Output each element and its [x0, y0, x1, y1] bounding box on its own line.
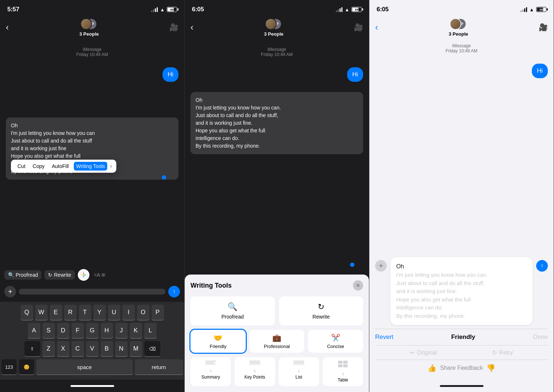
key-t[interactable]: T — [79, 305, 91, 320]
rewrite-wt-icon: ↻ — [318, 302, 324, 312]
wt-professional-btn[interactable]: 💼 Professional — [249, 330, 305, 353]
key-f[interactable]: F — [72, 323, 84, 338]
key-c[interactable]: C — [72, 341, 84, 356]
message-area-3: iMessage Friday 10:49 AM Hi — [369, 40, 554, 253]
video-button-2[interactable]: 🎥 — [354, 23, 363, 32]
status-time-2: 6:05 — [192, 6, 204, 13]
key-i[interactable]: I — [123, 305, 135, 320]
wt-style-options: 🤝 Friendly 💼 Professional ✂️ Concise — [190, 330, 363, 353]
key-w[interactable]: W — [35, 305, 48, 320]
key-s[interactable]: S — [43, 323, 55, 338]
bottom-input-row-1: + ↑ — [0, 283, 184, 302]
wt-list-btn[interactable]: ↓ List — [279, 357, 319, 386]
battery-icon-3: 69 — [536, 7, 546, 12]
wt-friendly-btn[interactable]: 🤝 Friendly — [190, 330, 246, 353]
video-button-3[interactable]: 🎥 — [539, 23, 548, 32]
back-button-2[interactable]: ‹ — [190, 22, 193, 32]
key-n[interactable]: N — [115, 341, 128, 356]
send-button-3[interactable]: ↑ — [536, 260, 548, 272]
imessage-label-3: iMessage — [375, 43, 548, 48]
thumbs-up-icon[interactable]: 👍 — [427, 364, 437, 372]
key-r[interactable]: R — [64, 305, 77, 320]
aa-toolbar[interactable]: =A क — [94, 272, 105, 278]
key-z[interactable]: Z — [43, 341, 55, 356]
timestamp-3: Friday 10:49 AM — [375, 48, 548, 53]
wt-proofread-option[interactable]: 🔍 Proofread — [190, 296, 275, 325]
message-input-field-1[interactable] — [19, 289, 165, 295]
nav-avatars-1: SP — [80, 17, 98, 31]
nav-center-1: SP 3 People — [79, 17, 99, 37]
key-e[interactable]: E — [50, 305, 62, 320]
wt-rewrite-option[interactable]: ↻ Rewrite — [279, 296, 364, 325]
cut-button[interactable]: Cut — [15, 162, 28, 171]
nav-bar-3: ‹ SP 3 People 🎥 — [369, 16, 554, 40]
table-arrow-icon: ↓ — [342, 370, 344, 376]
key-p[interactable]: P — [152, 305, 164, 320]
key-q[interactable]: Q — [21, 305, 33, 320]
rewrite-toolbar-btn[interactable]: ↻ Rewrite — [44, 270, 75, 280]
retry-button[interactable]: ↻ Retry — [492, 349, 513, 356]
proofread-toolbar-btn[interactable]: 🔍 Proofread — [4, 270, 41, 280]
share-feedback-label[interactable]: Share Feedback — [440, 365, 483, 371]
video-button-1[interactable]: 🎥 — [169, 23, 178, 32]
panel-3: 6:05 ▲ 69 ‹ SP 3 People 🎥 — [369, 0, 554, 392]
writing-tools-button[interactable]: Writing Tools — [74, 162, 107, 171]
revert-button[interactable]: Revert — [375, 333, 393, 341]
back-button-1[interactable]: ‹ — [6, 22, 9, 32]
key-v[interactable]: V — [86, 341, 99, 356]
nav-title-1[interactable]: 3 People — [79, 31, 99, 37]
wt-table-btn[interactable]: ↓ Table — [323, 357, 363, 386]
input-bubble-3[interactable]: Oh I'm just letting you know how you can… — [390, 257, 533, 325]
key-b[interactable]: B — [101, 341, 113, 356]
apple-intelligence-icon[interactable] — [78, 269, 89, 281]
original-button[interactable]: ↩ Original — [410, 349, 437, 356]
friendly-icon: 🤝 — [213, 333, 222, 342]
copy-button[interactable]: Copy — [31, 162, 47, 171]
done-button[interactable]: Done — [533, 333, 548, 341]
thumbs-down-icon[interactable]: 👎 — [486, 364, 495, 372]
bubble-hi-2: Hi — [190, 67, 363, 82]
key-l[interactable]: L — [144, 323, 157, 338]
friendly-label: Friendly — [210, 344, 226, 349]
home-indicator-1 — [0, 380, 184, 392]
key-123[interactable]: 123 — [1, 359, 17, 375]
key-g[interactable]: G — [86, 323, 99, 338]
revert-bar: Revert Friendly Done — [375, 329, 548, 345]
key-a[interactable]: A — [28, 323, 40, 338]
wt-summary-btn[interactable]: ↓ Summary — [190, 357, 231, 386]
wt-concise-btn[interactable]: ✂️ Concise — [308, 330, 363, 353]
orig-retry-bar: ↩ Original ↻ Retry — [375, 345, 548, 360]
autofill-button[interactable]: AutoFill — [49, 162, 71, 171]
key-o[interactable]: O — [137, 305, 149, 320]
key-k[interactable]: K — [130, 323, 142, 338]
nav-title-2[interactable]: 3 People — [264, 31, 283, 37]
chevron-right-icon: › — [110, 163, 112, 169]
key-return[interactable]: return — [135, 359, 183, 375]
status-icons-2: ▲ 69 — [336, 7, 362, 12]
key-space[interactable]: space — [36, 359, 133, 375]
key-x[interactable]: X — [57, 341, 69, 356]
key-h[interactable]: H — [101, 323, 113, 338]
concise-icon: ✂️ — [331, 333, 340, 342]
key-j[interactable]: J — [115, 323, 128, 338]
back-button-3[interactable]: ‹ — [375, 22, 378, 32]
wt-close-button[interactable]: ✕ — [353, 280, 363, 291]
wt-keypoints-btn[interactable]: ↓ Key Points — [234, 357, 275, 386]
wifi-icon-3: ▲ — [529, 7, 534, 12]
key-emoji[interactable]: 😊 — [19, 359, 34, 375]
key-shift[interactable]: ⇧ — [24, 341, 40, 356]
key-y[interactable]: Y — [93, 305, 106, 320]
send-button-1[interactable]: ↑ — [168, 286, 180, 297]
plus-button-1[interactable]: + — [4, 286, 16, 297]
key-m[interactable]: M — [130, 341, 142, 356]
plus-button-3[interactable]: + — [375, 260, 387, 272]
input-bubble-2[interactable]: Oh I'm just letting you know how you can… — [190, 92, 363, 154]
key-delete[interactable]: ⌫ — [144, 341, 160, 356]
proofread-icon: 🔍 — [8, 272, 14, 278]
key-d[interactable]: D — [57, 323, 69, 338]
nav-title-3[interactable]: 3 People — [449, 31, 468, 37]
ai-logo — [80, 271, 88, 279]
battery-icon-2: 69 — [352, 7, 362, 12]
concise-label: Concise — [327, 344, 344, 349]
key-u[interactable]: U — [108, 305, 120, 320]
